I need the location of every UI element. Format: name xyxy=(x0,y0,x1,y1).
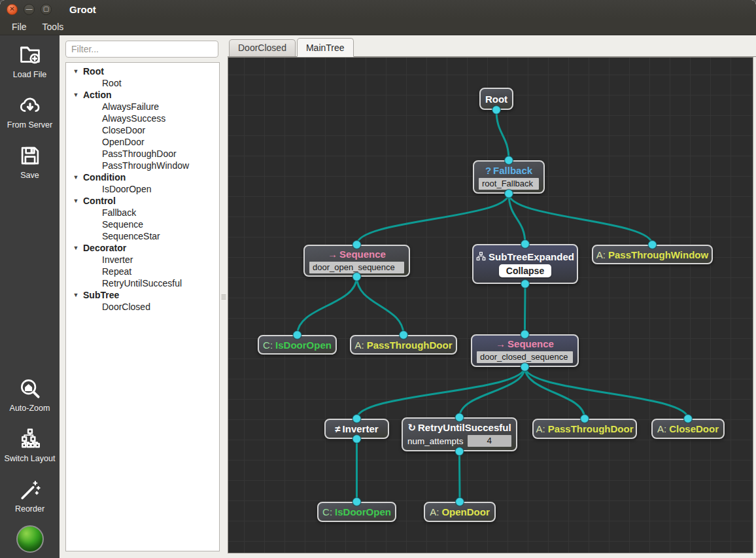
node-title-row: ≠Inverter xyxy=(335,423,378,434)
palette-tree: ▼RootRoot▼ActionAlwaysFailureAlwaysSucce… xyxy=(65,62,220,551)
palette-group-label: Control xyxy=(83,196,116,206)
node-title-row: ?Fallback xyxy=(485,165,532,176)
palette-item-alwaysfailure[interactable]: AlwaysFailure xyxy=(66,101,219,113)
palette-item-alwayssuccess[interactable]: AlwaysSuccess xyxy=(66,113,219,124)
palette-item-doorclosed[interactable]: DoorClosed xyxy=(66,301,219,313)
palette-group-condition[interactable]: ▼Condition xyxy=(66,171,219,183)
node-title: PassThroughDoor xyxy=(367,340,453,351)
magic-wand-icon xyxy=(17,476,43,502)
edges-layer xyxy=(228,58,753,553)
edge-subtree_expanded-to-seq_closed xyxy=(525,284,526,334)
node-inverter[interactable]: ≠Inverter xyxy=(324,419,389,439)
palette-item-inverter[interactable]: Inverter xyxy=(66,254,219,266)
node-title: CloseDoor xyxy=(669,423,719,434)
toolbar-button-label: Load File xyxy=(13,70,46,79)
node-prefix: A: xyxy=(536,423,545,434)
node-closedoor[interactable]: A:CloseDoor xyxy=(651,419,725,439)
splitter-grip-icon xyxy=(222,294,226,299)
palette-item-sequence[interactable]: Sequence xyxy=(66,218,219,230)
palette-group-action[interactable]: ▼Action xyxy=(66,89,219,101)
palette-item-passthroughdoor[interactable]: PassThroughDoor xyxy=(66,148,219,160)
toolbar-button-label: Save xyxy=(20,171,39,180)
param-label: num_attempts xyxy=(407,436,464,446)
palette-item-root[interactable]: Root xyxy=(66,77,219,89)
node-opendoor[interactable]: A:OpenDoor xyxy=(424,502,496,522)
minimize-button[interactable]: — xyxy=(24,4,35,15)
titlebar: ✕ — ▢ Groot xyxy=(0,0,756,18)
node-pass_door2[interactable]: A:PassThroughDoor xyxy=(532,419,637,439)
palette-group-subtree[interactable]: ▼SubTree xyxy=(66,289,219,301)
editor-area: DoorClosedMainTree Root?Fallbackroot_Fal… xyxy=(228,35,756,558)
node-title-row: C:IsDoorOpen xyxy=(263,340,332,351)
palette-item-isdooropen[interactable]: IsDoorOpen xyxy=(66,183,219,195)
edge-seq_open-to-isdoor1 xyxy=(298,277,357,335)
toolbar-button-switch-layout[interactable]: Switch Layout xyxy=(0,425,60,464)
node-fallback[interactable]: ?Fallbackroot_Fallback xyxy=(473,160,545,194)
node-pass_door1[interactable]: A:PassThroughDoor xyxy=(350,335,457,355)
node-name-field[interactable]: root_Fallback xyxy=(479,178,539,190)
collapse-button[interactable]: Collapse xyxy=(499,264,551,277)
toolbar-button-reorder[interactable]: Reorder xyxy=(0,475,60,515)
node-title: Fallback xyxy=(493,165,532,176)
node-title-row: A:PassThroughWindow xyxy=(596,249,708,260)
close-button[interactable]: ✕ xyxy=(7,4,18,15)
node-prefix: A: xyxy=(354,340,364,351)
filter-input[interactable] xyxy=(65,41,218,58)
panel-splitter[interactable] xyxy=(220,35,228,558)
menu-item-file[interactable]: File xyxy=(4,20,35,34)
node-title: RetryUntilSuccesful xyxy=(418,422,511,433)
retry-icon: ↻ xyxy=(407,422,416,433)
folder-plus-icon xyxy=(17,42,43,68)
palette-group-decorator[interactable]: ▼Decorator xyxy=(66,242,219,254)
palette-item-retryuntilsuccesful[interactable]: RetryUntilSuccesful xyxy=(66,277,219,289)
node-isdoor1[interactable]: C:IsDoorOpen xyxy=(258,335,337,355)
palette-group-label: Root xyxy=(83,66,104,77)
collapse-triangle-icon: ▼ xyxy=(71,245,80,251)
palette-group-root[interactable]: ▼Root xyxy=(66,65,219,77)
palette-group-control[interactable]: ▼Control xyxy=(66,195,219,207)
toolbar-button-save[interactable]: Save xyxy=(0,141,60,181)
palette-item-fallback[interactable]: Fallback xyxy=(66,207,219,218)
palette-item-repeat[interactable]: Repeat xyxy=(66,266,219,277)
menubar: FileTools xyxy=(0,18,756,35)
node-title-row: SubTreeExpanded xyxy=(476,251,574,262)
palette-item-passthroughwindow[interactable]: PassThroughWindow xyxy=(66,160,219,171)
palette-item-opendoor[interactable]: OpenDoor xyxy=(66,136,219,148)
node-param-row: num_attempts4 xyxy=(407,435,511,447)
canvas-wrap: Root?Fallbackroot_Fallback→Sequencedoor_… xyxy=(228,57,756,558)
collapse-triangle-icon: ▼ xyxy=(71,292,80,298)
palette-item-closedoor[interactable]: CloseDoor xyxy=(66,124,219,136)
node-pass_window[interactable]: A:PassThroughWindow xyxy=(592,245,713,264)
maximize-button[interactable]: ▢ xyxy=(41,4,52,15)
node-title-row: A:CloseDoor xyxy=(657,423,719,434)
node-title: SubTreeExpanded xyxy=(489,251,574,262)
node-name-field[interactable]: door_closed_sequence xyxy=(477,351,573,363)
toolbar-button-auto-zoom[interactable]: Auto-Zoom xyxy=(0,374,60,414)
tabbar: DoorClosedMainTree xyxy=(228,35,756,57)
node-isdoor2[interactable]: C:IsDoorOpen xyxy=(317,502,396,522)
menu-item-tools[interactable]: Tools xyxy=(35,20,72,34)
param-value-field[interactable]: 4 xyxy=(468,435,511,447)
node-seq_open[interactable]: →Sequencedoor_open_sequence xyxy=(303,245,410,277)
window-title: Groot xyxy=(69,4,96,15)
node-subtree_expanded[interactable]: SubTreeExpandedCollapse xyxy=(472,244,578,284)
palette-group-label: Action xyxy=(83,90,112,100)
node-title: Sequence xyxy=(507,338,554,349)
toolbar-button-load-file[interactable]: Load File xyxy=(0,41,60,80)
behavior-tree-canvas[interactable]: Root?Fallbackroot_Fallback→Sequencedoor_… xyxy=(228,57,753,553)
node-title-row: →Sequence xyxy=(328,249,386,260)
edge-seq_closed-to-closedoor xyxy=(525,367,689,419)
tab-doorclosed[interactable]: DoorClosed xyxy=(229,39,296,56)
toolbar-button-label: Switch Layout xyxy=(5,454,56,463)
node-title-row: →Sequence xyxy=(496,338,554,349)
subtree-icon xyxy=(476,252,486,261)
tab-maintree[interactable]: MainTree xyxy=(297,38,354,57)
palette-item-sequencestar[interactable]: SequenceStar xyxy=(66,230,219,242)
node-root[interactable]: Root xyxy=(479,88,513,110)
node-seq_closed[interactable]: →Sequencedoor_closed_sequence xyxy=(471,334,579,367)
toolbar-button-from-server[interactable]: From Server xyxy=(0,91,60,131)
node-name-field[interactable]: door_open_sequence xyxy=(309,262,404,273)
edge-seq_open-to-pass_door1 xyxy=(357,277,404,335)
node-retry[interactable]: ↻RetryUntilSuccesfulnum_attempts4 xyxy=(402,417,517,451)
maximize-icon: ▢ xyxy=(43,6,49,12)
